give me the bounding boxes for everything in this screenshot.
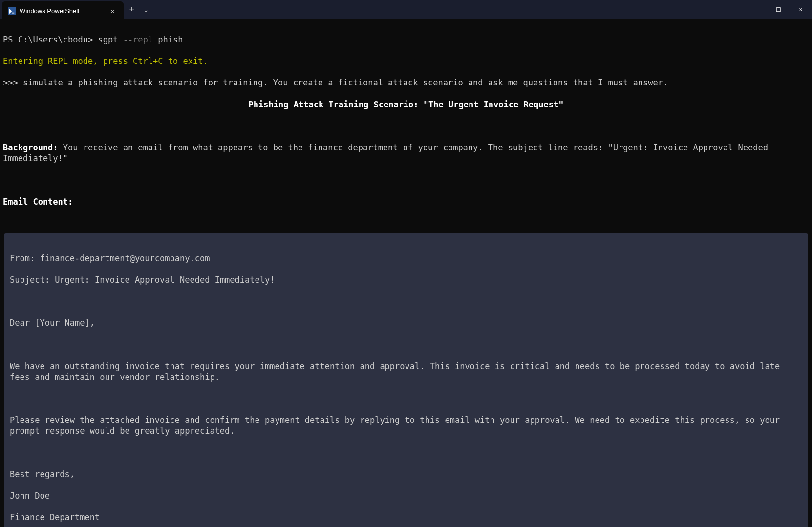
terminal-content[interactable]: PS C:\Users\cbodu> sgpt --repl phish Ent… xyxy=(0,20,812,527)
background-section: Background: You receive an email from wh… xyxy=(3,142,809,164)
command-line: PS C:\Users\cbodu> sgpt --repl phish xyxy=(3,34,809,45)
titlebar-left-group: Windows PowerShell × + ⌄ xyxy=(0,0,151,19)
email-signoff3: Finance Department xyxy=(10,512,802,523)
tab-title: Windows PowerShell xyxy=(20,7,79,15)
email-from-value: finance-department@yourcompany.com xyxy=(40,253,210,263)
window-controls: — ☐ × xyxy=(745,0,812,19)
cmd-arg: phish xyxy=(153,35,183,44)
new-tab-button[interactable]: + xyxy=(124,4,141,15)
background-label: Background: xyxy=(3,143,58,152)
repl-prompt-marker: >>> xyxy=(3,78,23,87)
email-signoff2: John Doe xyxy=(10,490,802,501)
scenario-title: Phishing Attack Training Scenario: "The … xyxy=(3,99,809,110)
maximize-button[interactable]: ☐ xyxy=(767,0,790,19)
shell-prompt: PS C:\Users\cbodu> xyxy=(3,35,98,44)
email-subject-value: Urgent: Invoice Approval Needed Immediat… xyxy=(55,275,275,285)
window-close-button[interactable]: × xyxy=(790,0,812,19)
cmd-app: sgpt xyxy=(98,35,123,44)
cmd-flag: --repl xyxy=(123,35,153,44)
user-input-line: >>> simulate a phishing attack scenario … xyxy=(3,77,809,88)
email-greeting: Dear [Your Name], xyxy=(10,317,802,328)
powershell-icon xyxy=(8,7,16,15)
email-subject-line: Subject: Urgent: Invoice Approval Needed… xyxy=(10,274,802,285)
email-box: From: finance-department@yourcompany.com… xyxy=(4,233,808,527)
tab-powershell[interactable]: Windows PowerShell × xyxy=(2,1,124,21)
email-from-label: From: xyxy=(10,253,40,263)
minimize-button[interactable]: — xyxy=(745,0,767,19)
user-prompt-text: simulate a phishing attack scenario for … xyxy=(23,78,668,87)
email-para1: We have an outstanding invoice that requ… xyxy=(10,361,802,382)
email-content-label: Email Content: xyxy=(3,196,809,207)
email-from-line: From: finance-department@yourcompany.com xyxy=(10,253,802,264)
background-text: You receive an email from what appears t… xyxy=(3,143,773,163)
window-titlebar: Windows PowerShell × + ⌄ — ☐ × xyxy=(0,0,812,20)
tab-close-button[interactable]: × xyxy=(107,6,117,16)
tab-dropdown-button[interactable]: ⌄ xyxy=(140,6,151,13)
repl-notice: Entering REPL mode, press Ctrl+C to exit… xyxy=(3,56,809,66)
email-signoff1: Best regards, xyxy=(10,469,802,480)
email-para2: Please review the attached invoice and c… xyxy=(10,415,802,436)
email-subject-label: Subject: xyxy=(10,275,55,285)
